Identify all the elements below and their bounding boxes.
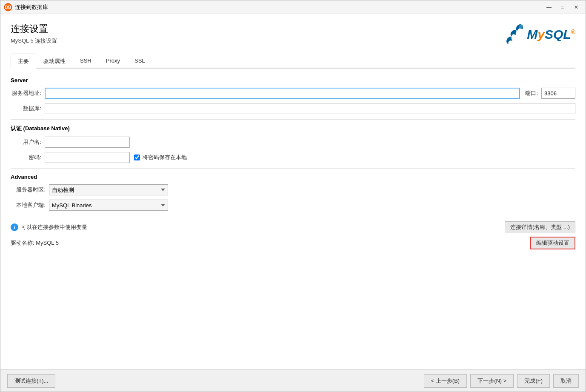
server-address-label: 服务器地址: <box>11 89 45 97</box>
timezone-row: 服务器时区: 自动检测 <box>11 184 575 195</box>
page-subtitle: MySQL 5 连接设置 <box>11 37 57 45</box>
port-label: 端口: <box>525 89 538 97</box>
auth-section-title: 认证 (Database Native) <box>11 125 575 132</box>
password-label: 密码: <box>11 154 45 161</box>
server-address-input[interactable] <box>45 88 520 99</box>
form-area: Server 服务器地址: 端口: 数据库: 认证 (Database Nati… <box>11 69 575 369</box>
save-password-checkbox-row: 将密码保存在本地 <box>134 154 187 161</box>
app-icon: DB <box>4 3 12 11</box>
divider-3 <box>11 216 575 216</box>
cancel-button[interactable]: 取消 <box>553 374 579 388</box>
password-row: 密码: 将密码保存在本地 <box>11 152 575 163</box>
database-input[interactable] <box>45 103 575 114</box>
header-section: 连接设置 MySQL 5 连接设置 MySQL® <box>11 23 575 46</box>
test-connection-button[interactable]: 测试连接(T)... <box>7 374 55 388</box>
local-client-row: 本地客户端: MySQL Binaries <box>11 200 575 211</box>
title-bar-left: DB 连接到数据库 <box>4 3 48 11</box>
title-bar-controls: — □ ✕ <box>543 3 582 11</box>
main-window: DB 连接到数据库 — □ ✕ 连接设置 MySQL 5 连接设置 <box>0 0 586 392</box>
mysql-logo: MySQL® <box>504 23 575 46</box>
tab-ssl[interactable]: SSL <box>127 54 152 69</box>
driver-label: 驱动名称: MySQL 5 <box>11 239 59 247</box>
driver-row: 驱动名称: MySQL 5 编辑驱动设置 <box>11 237 575 249</box>
username-label: 用户名: <box>11 138 45 146</box>
tab-main[interactable]: 主要 <box>11 54 36 69</box>
tab-proxy[interactable]: Proxy <box>99 54 127 69</box>
timezone-label: 服务器时区: <box>11 186 49 194</box>
header-left: 连接设置 MySQL 5 连接设置 <box>11 23 57 45</box>
divider-1 <box>11 119 575 120</box>
svg-text:DB: DB <box>5 5 11 10</box>
svg-point-2 <box>519 25 523 29</box>
info-row: i 可以在连接参数中使用变量 连接详情(名称、类型 ...) <box>11 221 575 233</box>
back-button[interactable]: < 上一步(B) <box>424 374 467 388</box>
tab-ssh[interactable]: SSH <box>73 54 99 69</box>
content-area: 连接设置 MySQL 5 连接设置 MySQL® <box>0 14 586 369</box>
bottom-left-buttons: 测试连接(T)... <box>7 374 55 388</box>
connection-details-button[interactable]: 连接详情(名称、类型 ...) <box>505 221 575 233</box>
info-icon: i <box>11 223 18 231</box>
minimize-button[interactable]: — <box>543 3 555 11</box>
timezone-select[interactable]: 自动检测 <box>49 184 168 195</box>
bottom-right-buttons: < 上一步(B) 下一步(N) > 完成(F) 取消 <box>424 374 579 388</box>
username-input[interactable] <box>45 137 130 148</box>
local-client-select[interactable]: MySQL Binaries <box>49 200 168 211</box>
title-bar: DB 连接到数据库 — □ ✕ <box>0 0 586 14</box>
server-address-row: 服务器地址: 端口: <box>11 88 575 99</box>
window-title: 连接到数据库 <box>15 3 48 11</box>
username-row: 用户名: <box>11 137 575 148</box>
next-button[interactable]: 下一步(N) > <box>470 374 514 388</box>
port-input[interactable] <box>541 88 575 99</box>
finish-button[interactable]: 完成(F) <box>517 374 550 388</box>
advanced-section-title: Advanced <box>11 174 575 180</box>
divider-2 <box>11 168 575 169</box>
server-section-title: Server <box>11 77 575 83</box>
close-button[interactable]: ✕ <box>570 3 582 11</box>
tab-bar: 主要 驱动属性 SSH Proxy SSL <box>11 53 575 69</box>
save-password-label: 将密码保存在本地 <box>143 154 187 161</box>
maximize-button[interactable]: □ <box>557 3 569 11</box>
info-text: 可以在连接参数中使用变量 <box>21 223 87 231</box>
tab-driver[interactable]: 驱动属性 <box>36 54 73 69</box>
bottom-bar: 测试连接(T)... < 上一步(B) 下一步(N) > 完成(F) 取消 <box>0 369 586 392</box>
database-row: 数据库: <box>11 103 575 114</box>
mysql-dolphin-icon <box>504 23 525 46</box>
save-password-checkbox[interactable] <box>134 155 140 160</box>
info-left: i 可以在连接参数中使用变量 <box>11 223 87 231</box>
password-input[interactable] <box>45 152 130 163</box>
mysql-logo-text: MySQL® <box>527 27 575 42</box>
local-client-label: 本地客户端: <box>11 201 49 209</box>
database-label: 数据库: <box>11 105 45 112</box>
edit-driver-button[interactable]: 编辑驱动设置 <box>530 237 575 249</box>
page-title: 连接设置 <box>11 23 57 35</box>
